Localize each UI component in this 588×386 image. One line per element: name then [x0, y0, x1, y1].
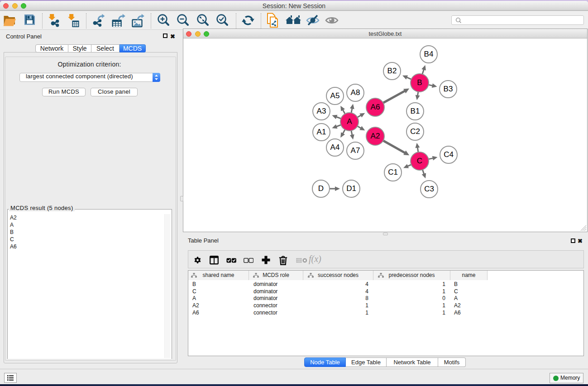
svg-text:D: D — [318, 184, 324, 193]
svg-text:D1: D1 — [346, 184, 356, 193]
svg-text:A: A — [347, 117, 352, 126]
svg-text:A6: A6 — [371, 103, 380, 111]
svg-text:C1: C1 — [388, 168, 398, 176]
svg-text:A4: A4 — [330, 143, 340, 152]
svg-text:B4: B4 — [424, 50, 434, 58]
svg-text:A7: A7 — [351, 146, 360, 155]
svg-text:B2: B2 — [387, 67, 397, 75]
svg-text:A1: A1 — [317, 128, 326, 136]
svg-text:C: C — [417, 157, 422, 165]
svg-text:C2: C2 — [410, 127, 420, 136]
svg-text:B1: B1 — [411, 107, 420, 115]
svg-text:A8: A8 — [351, 88, 360, 97]
svg-text:C4: C4 — [444, 150, 454, 159]
svg-text:B3: B3 — [444, 85, 453, 93]
svg-text:C3: C3 — [424, 185, 434, 193]
svg-text:A2: A2 — [371, 132, 380, 140]
svg-text:A5: A5 — [330, 91, 340, 100]
svg-text:B: B — [417, 78, 422, 87]
svg-text:A3: A3 — [317, 107, 326, 115]
